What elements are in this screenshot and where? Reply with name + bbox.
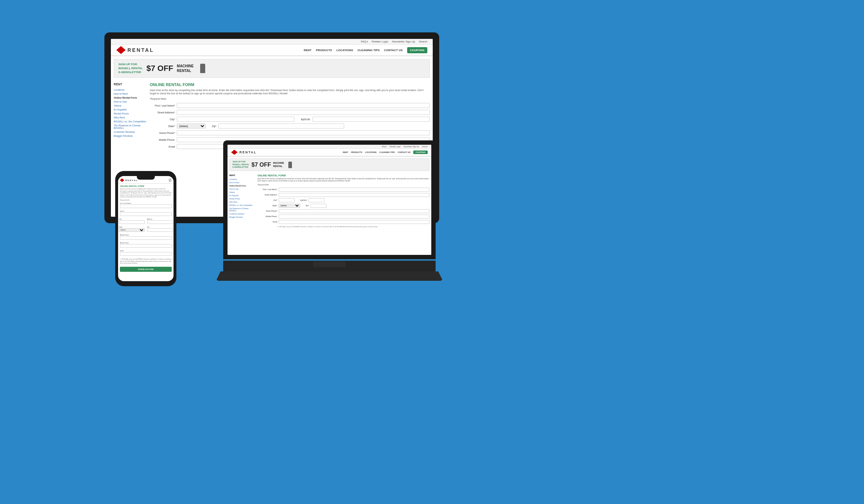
- laptop-spray-icon: [288, 162, 292, 168]
- laptop-sidebar-competition[interactable]: BISSELL vs. the Competition: [229, 203, 255, 207]
- util-link-newsletter[interactable]: Newsletter Sign-Up: [392, 40, 415, 43]
- phone-field-mobile: Mobile Phone:: [118, 241, 174, 248]
- phone-input-mobile[interactable]: [120, 244, 172, 248]
- nav-cleaning-tips[interactable]: CLEANING TIPS: [357, 49, 380, 52]
- laptop-nav-contact[interactable]: CONTACT US: [398, 151, 411, 153]
- mobile-phone: RENTAL ☰ ONLINE RENTAL FORM Save time at…: [115, 171, 176, 286]
- laptop-input-city[interactable]: [279, 198, 295, 202]
- phone-select-state[interactable]: (Select): [119, 228, 145, 232]
- input-zip[interactable]: [218, 123, 344, 129]
- input-first-last-name[interactable]: [177, 103, 430, 108]
- laptop-row-mobile: Mobile Phone:: [257, 215, 429, 219]
- laptop-input-zip[interactable]: [310, 204, 327, 208]
- phone-form-title: ONLINE RENTAL FORM: [118, 184, 174, 188]
- promo-banner: SIGN UP FOR BISSELL RENTAL E-NEWSLETTER …: [114, 59, 430, 78]
- laptop-off-text: $7 OFF: [252, 162, 271, 168]
- laptop-sidebar-why-rent[interactable]: Why Rent: [229, 200, 255, 203]
- laptop-sidebar-prices[interactable]: Rental Prices: [229, 197, 255, 200]
- laptop-label-city: City*: [257, 199, 277, 201]
- brand-logo: RENTAL: [116, 46, 154, 54]
- laptop-nav-cleaning[interactable]: CLEANING TIPS: [379, 151, 395, 153]
- laptop-sidebar-videos[interactable]: Videos: [229, 190, 255, 194]
- sidebar-rental-prices[interactable]: Rental Prices: [114, 112, 146, 116]
- laptop-sidebar-blogger[interactable]: Blogger Reviews: [229, 215, 255, 219]
- laptop-input-email[interactable]: [279, 220, 429, 224]
- machine-rental-text: MACHINE RENTAL: [177, 64, 194, 73]
- laptop-select-state[interactable]: (Select): [279, 204, 300, 208]
- laptop-sidebar-ten-reasons[interactable]: Ten Reasons to Choose BISSELL: [229, 207, 255, 212]
- nav-rent[interactable]: RENT: [304, 49, 312, 52]
- phone-input-city[interactable]: [119, 220, 145, 224]
- label-city: City*: [150, 118, 175, 121]
- laptop-sidebar-locations[interactable]: Locations: [229, 177, 255, 181]
- phone-form-area: ONLINE RENTAL FORM Save time at the stor…: [118, 184, 174, 272]
- laptop-faq: FAQ's: [382, 145, 387, 148]
- laptop-input-home-phone[interactable]: [279, 209, 429, 213]
- input-home-phone[interactable]: [177, 130, 430, 135]
- laptop-main-form: ONLINE RENTAL FORM Save time at the stor…: [257, 173, 429, 228]
- phone-field-apt: Apt/Unit: [147, 217, 174, 225]
- nav-coupons-button[interactable]: COUPONS: [407, 47, 427, 53]
- spray-bottle-icon: [200, 64, 205, 73]
- phone-logo-icon: [120, 179, 124, 182]
- sidebar-how-to-rent[interactable]: How to Rent: [114, 92, 146, 96]
- laptop-sidebar-espanol[interactable]: En Español: [229, 194, 255, 197]
- select-state[interactable]: (Select): [177, 123, 206, 129]
- sidebar-ten-reasons[interactable]: Ten Reasons to Choose BISSELL: [114, 123, 146, 130]
- field-row-home-phone: Home Phone*: [150, 130, 430, 135]
- nav-locations[interactable]: LOCATIONS: [336, 49, 353, 52]
- phone-field-city: City*: [118, 217, 145, 225]
- util-link-search[interactable]: Search: [419, 40, 427, 43]
- input-street-address[interactable]: [177, 110, 430, 115]
- laptop-nav-products[interactable]: PRODUCTS: [351, 151, 362, 153]
- input-apt-unit[interactable]: [312, 117, 430, 122]
- nav-contact-us[interactable]: CONTACT US: [384, 49, 403, 52]
- sidebar-online-rental-form[interactable]: Online Rental Form: [114, 96, 146, 100]
- sidebar-locations[interactable]: Locations: [114, 88, 146, 92]
- sidebar-en-espanol[interactable]: En Español: [114, 108, 146, 112]
- laptop-input-mobile[interactable]: [279, 215, 429, 219]
- phone-download-button[interactable]: DOWNLOAD NOW: [120, 267, 172, 272]
- sidebar-competition[interactable]: BISSELL vs. the Competition: [114, 120, 146, 123]
- phone-brand-name: RENTAL: [125, 179, 138, 181]
- nav-products[interactable]: PRODUCTS: [316, 49, 332, 52]
- laptop-coupons-btn[interactable]: COUPONS: [413, 150, 428, 154]
- phone-input-address[interactable]: [120, 212, 172, 216]
- laptop-row-city: City* Apt/Unit:: [257, 198, 429, 202]
- phone-label-state: State*: [119, 226, 145, 228]
- sidebar-how-to-use[interactable]: How to Use: [114, 100, 146, 104]
- phone-input-zip[interactable]: [147, 228, 173, 232]
- laptop-row-name: First / Last Name*: [257, 188, 429, 192]
- label-apt-unit: Apt/Unit:: [296, 118, 311, 121]
- label-mobile-phone: Mobile Phone:: [150, 139, 175, 141]
- laptop-label-state: State*: [257, 204, 277, 207]
- laptop-input-name[interactable]: [279, 188, 429, 192]
- hamburger-menu-icon[interactable]: ☰: [168, 178, 172, 182]
- sidebar-why-rent[interactable]: Why Rent: [114, 116, 146, 120]
- laptop-input-address[interactable]: [279, 193, 429, 197]
- laptop-brand: RENTAL: [231, 150, 257, 155]
- laptop-label-apt: Apt/Unit:: [296, 199, 307, 201]
- laptop-sidebar-how-to-rent[interactable]: How to Rent: [229, 181, 255, 184]
- sidebar-blogger-reviews[interactable]: Blogger Reviews: [114, 134, 146, 138]
- laptop-nav-locations[interactable]: LOCATIONS: [365, 151, 377, 153]
- laptop-sidebar-how-to-use[interactable]: How to Use: [229, 187, 255, 190]
- laptop-input-apt[interactable]: [309, 198, 325, 202]
- sidebar-customer-reviews[interactable]: Customer Reviews: [114, 130, 146, 134]
- phone-input-home-phone[interactable]: [120, 236, 172, 240]
- required-note: *Required fields: [150, 98, 430, 100]
- label-state: State*: [150, 125, 175, 127]
- phone-field-name: First / Last Name*: [118, 202, 174, 209]
- sidebar-videos[interactable]: Videos: [114, 104, 146, 108]
- input-city[interactable]: [177, 117, 294, 122]
- util-link-retailer[interactable]: Retailer Login: [372, 40, 388, 43]
- laptop-sidebar-online-form[interactable]: Online Rental Form: [229, 184, 255, 187]
- laptop-nav-rent[interactable]: RENT: [343, 151, 348, 153]
- laptop-sidebar-customer[interactable]: Customer Reviews: [229, 212, 255, 215]
- phone-input-apt[interactable]: [147, 220, 173, 224]
- laptop-nav: RENT PRODUCTS LOCATIONS CLEANING TIPS CO…: [343, 150, 428, 154]
- util-link-faq[interactable]: FAQ's: [361, 40, 368, 43]
- phone-input-email[interactable]: [120, 252, 172, 256]
- phone-input-name[interactable]: [120, 204, 172, 208]
- laptop-checkbox-area: ☐ YES! Sign me up for the BISSELL Rental…: [257, 226, 429, 228]
